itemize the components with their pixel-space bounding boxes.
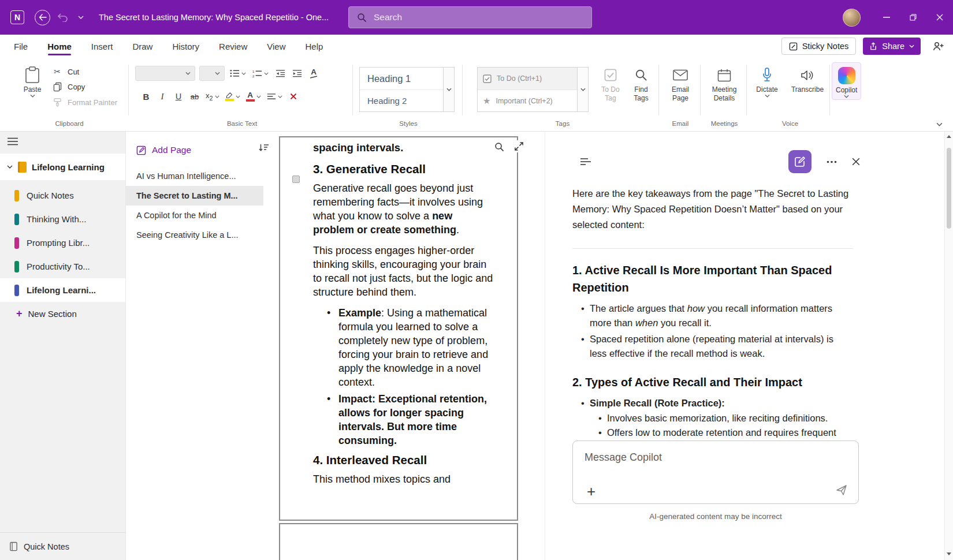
- strikethrough-button[interactable]: ab: [188, 89, 201, 104]
- subscript-button[interactable]: x2: [204, 89, 221, 104]
- sort-pages-button[interactable]: [259, 143, 269, 152]
- increase-indent-button[interactable]: [291, 66, 303, 81]
- decrease-indent-button[interactable]: [274, 66, 286, 81]
- copilot-history-button[interactable]: [580, 158, 591, 166]
- onenote-logo-icon[interactable]: N: [10, 10, 24, 24]
- copilot-button[interactable]: Copilot: [832, 62, 861, 100]
- scroll-down-arrow[interactable]: [945, 552, 953, 555]
- minimize-button[interactable]: [873, 0, 900, 35]
- tag-important[interactable]: ★ Important (Ctrl+2): [478, 89, 577, 111]
- font-color-button[interactable]: A: [245, 89, 262, 104]
- page-heading-generative-recall: 3. Generative Recall: [313, 162, 494, 176]
- transcribe-button[interactable]: Transcribe: [787, 65, 828, 94]
- sidebar-item-prompting-library[interactable]: Prompting Libr...: [0, 231, 125, 255]
- close-copilot-button[interactable]: [852, 158, 860, 166]
- page-paragraph: Generative recall goes beyond just remem…: [313, 181, 494, 237]
- menu-tab-history[interactable]: History: [172, 35, 199, 58]
- quick-notes-footer[interactable]: Quick Notes: [0, 532, 125, 560]
- sidebar-item-thinking-with[interactable]: Thinking With...: [0, 207, 125, 231]
- email-group: Email Page Email: [662, 65, 699, 131]
- restore-button[interactable]: [900, 0, 926, 35]
- tag-todo[interactable]: To Do (Ctrl+1): [478, 68, 577, 89]
- todo-tag-button[interactable]: To Do Tag: [597, 65, 624, 103]
- highlight-button[interactable]: [224, 89, 241, 104]
- menu-tab-review[interactable]: Review: [219, 35, 247, 58]
- undo-button[interactable]: [54, 9, 71, 26]
- copy-button[interactable]: Copy: [52, 82, 117, 92]
- page-expand-button[interactable]: [513, 140, 525, 152]
- clipboard-icon: [25, 65, 40, 85]
- font-family-select[interactable]: [135, 66, 195, 81]
- tags-more-button[interactable]: [578, 67, 589, 112]
- menu-tab-draw[interactable]: Draw: [132, 35, 152, 58]
- page-item[interactable]: A Copilot for the Mind: [126, 206, 263, 225]
- page-canvas[interactable]: spacing intervals. 3. Generative Recall …: [279, 136, 518, 521]
- dictate-button[interactable]: Dictate: [751, 65, 783, 98]
- underline-button[interactable]: U: [172, 89, 185, 104]
- style-heading1[interactable]: Heading 1: [360, 68, 443, 89]
- menu-tab-help[interactable]: Help: [306, 35, 323, 58]
- copilot-message-input[interactable]: [573, 441, 858, 503]
- menubar: File Home Insert Draw History Review Vie…: [0, 35, 953, 58]
- menu-tab-insert[interactable]: Insert: [91, 35, 113, 58]
- page-item[interactable]: AI vs Human Intelligence...: [126, 166, 263, 186]
- send-button[interactable]: [835, 484, 848, 496]
- page-item-active[interactable]: The Secret to Lasting M...: [126, 186, 263, 206]
- add-content-button[interactable]: +: [587, 484, 595, 499]
- navigation-menu-button[interactable]: [7, 137, 18, 145]
- font-size-select[interactable]: [199, 66, 225, 81]
- hamburger-icon: [7, 137, 18, 145]
- cut-button[interactable]: ✂Cut: [52, 67, 117, 76]
- meeting-details-button[interactable]: Meeting Details: [703, 65, 745, 103]
- vertical-scrollbar[interactable]: [944, 132, 953, 560]
- paragraph-alignment-button[interactable]: [266, 89, 284, 104]
- notebook-header[interactable]: Lifelong Learning: [0, 154, 125, 180]
- copilot-group: Copilot: [832, 65, 870, 131]
- account-avatar[interactable]: [843, 9, 861, 27]
- add-page-button[interactable]: Add Page: [126, 140, 191, 160]
- scrollbar-thumb[interactable]: [947, 148, 951, 229]
- scroll-up-arrow[interactable]: [945, 135, 953, 138]
- menu-tab-file[interactable]: File: [14, 35, 28, 58]
- new-chat-button[interactable]: [788, 150, 811, 173]
- clear-formatting-button[interactable]: A: [307, 66, 320, 81]
- sidebar-item-quick-notes[interactable]: Quick Notes: [0, 184, 125, 207]
- new-section-button[interactable]: + New Section: [0, 302, 125, 325]
- search-box[interactable]: [348, 6, 592, 28]
- email-page-button[interactable]: Email Page: [662, 65, 699, 103]
- bold-button[interactable]: B: [140, 89, 152, 104]
- more-options-button[interactable]: [827, 160, 837, 163]
- back-button[interactable]: [35, 10, 50, 25]
- close-button[interactable]: [926, 0, 953, 35]
- paragraph-handle[interactable]: [292, 176, 300, 183]
- increase-indent-icon: [292, 69, 302, 77]
- sticky-notes-button[interactable]: Sticky Notes: [781, 38, 857, 55]
- decrease-indent-icon: [276, 69, 285, 77]
- toolbar-options-chevron[interactable]: [72, 9, 90, 26]
- sidebar-item-productivity-tools[interactable]: Productivity To...: [0, 255, 125, 278]
- bullets-button[interactable]: [229, 66, 247, 81]
- italic-button[interactable]: I: [156, 89, 169, 104]
- search-input[interactable]: [374, 12, 583, 23]
- page-item[interactable]: Seeing Creativity Like a L...: [126, 225, 263, 245]
- menu-tab-view[interactable]: View: [267, 35, 285, 58]
- style-heading2[interactable]: Heading 2: [360, 89, 443, 111]
- menu-tab-home[interactable]: Home: [47, 35, 72, 58]
- page-bullet: Impact: Exceptional retention, allows fo…: [338, 392, 494, 447]
- plus-icon: +: [16, 308, 23, 320]
- find-tags-button[interactable]: Find Tags: [627, 65, 655, 103]
- sidebar-item-lifelong-learning[interactable]: Lifelong Learni...: [0, 278, 125, 302]
- share-button[interactable]: Share: [863, 38, 921, 55]
- copilot-input-box[interactable]: +: [572, 440, 859, 504]
- styles-more-button[interactable]: [444, 67, 455, 112]
- minimize-icon: [883, 17, 890, 18]
- numbering-button[interactable]: 12: [251, 66, 270, 81]
- add-people-icon[interactable]: [932, 42, 944, 51]
- paste-button[interactable]: Paste: [18, 65, 46, 98]
- collapse-ribbon-button[interactable]: [936, 122, 943, 126]
- page-search-button[interactable]: [494, 142, 504, 152]
- format-painter-button[interactable]: Format Painter: [52, 98, 117, 107]
- calendar-icon: [717, 65, 731, 85]
- delete-formatting-button[interactable]: [287, 89, 300, 104]
- page-content[interactable]: spacing intervals. 3. Generative Recall …: [280, 137, 517, 486]
